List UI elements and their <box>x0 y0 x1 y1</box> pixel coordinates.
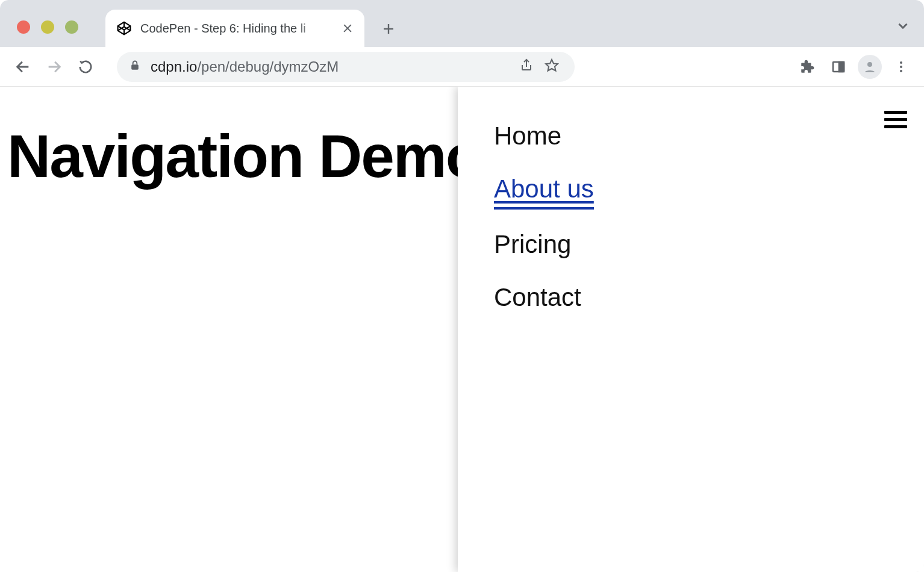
page-content: Navigation Demo Home About us Pricing Co… <box>0 87 924 572</box>
bookmark-icon[interactable] <box>545 58 559 76</box>
lock-icon <box>129 58 141 75</box>
nav-link[interactable]: Pricing <box>494 230 571 263</box>
close-icon[interactable] <box>342 22 354 34</box>
window-minimize-button[interactable] <box>41 20 54 34</box>
nav-item-about[interactable]: About us <box>494 175 924 210</box>
svg-rect-12 <box>839 62 844 72</box>
browser-tab[interactable]: CodePen - Step 6: Hiding the li <box>105 10 364 47</box>
svg-point-14 <box>900 61 902 64</box>
kebab-menu-icon[interactable] <box>889 55 913 79</box>
svg-rect-9 <box>131 64 139 69</box>
share-icon[interactable] <box>519 58 534 76</box>
page-title: Navigation Demo <box>0 122 481 191</box>
url-text: cdpn.io/pen/debug/dymzOzM <box>151 58 339 75</box>
profile-avatar[interactable] <box>858 55 882 79</box>
codepen-icon <box>116 20 132 36</box>
new-tab-button[interactable] <box>376 17 401 41</box>
window-close-button[interactable] <box>17 20 30 34</box>
nav-item-home[interactable]: Home <box>494 122 924 154</box>
browser-toolbar: cdpn.io/pen/debug/dymzOzM <box>0 47 924 87</box>
tab-title: CodePen - Step 6: Hiding the li <box>140 22 333 36</box>
nav-link[interactable]: Home <box>494 122 561 154</box>
back-button[interactable] <box>11 55 35 79</box>
window-controls <box>17 20 78 34</box>
reload-button[interactable] <box>73 55 98 79</box>
nav-item-pricing[interactable]: Pricing <box>494 230 924 263</box>
svg-point-15 <box>900 66 902 68</box>
nav-item-contact[interactable]: Contact <box>494 283 924 316</box>
extensions-icon[interactable] <box>795 55 819 79</box>
hamburger-icon[interactable] <box>884 111 907 128</box>
nav-link[interactable]: Contact <box>494 283 581 316</box>
forward-button[interactable] <box>42 55 66 79</box>
window-maximize-button[interactable] <box>65 20 78 34</box>
nav-drawer: Home About us Pricing Contact <box>458 87 924 572</box>
browser-tabstrip: CodePen - Step 6: Hiding the li <box>0 0 924 47</box>
sidepanel-icon[interactable] <box>826 55 851 79</box>
svg-point-13 <box>867 62 872 67</box>
tab-search-button[interactable] <box>895 18 911 36</box>
nav-link[interactable]: About us <box>494 175 594 210</box>
svg-marker-10 <box>546 60 558 71</box>
address-bar[interactable]: cdpn.io/pen/debug/dymzOzM <box>117 52 575 82</box>
svg-point-16 <box>900 70 902 72</box>
